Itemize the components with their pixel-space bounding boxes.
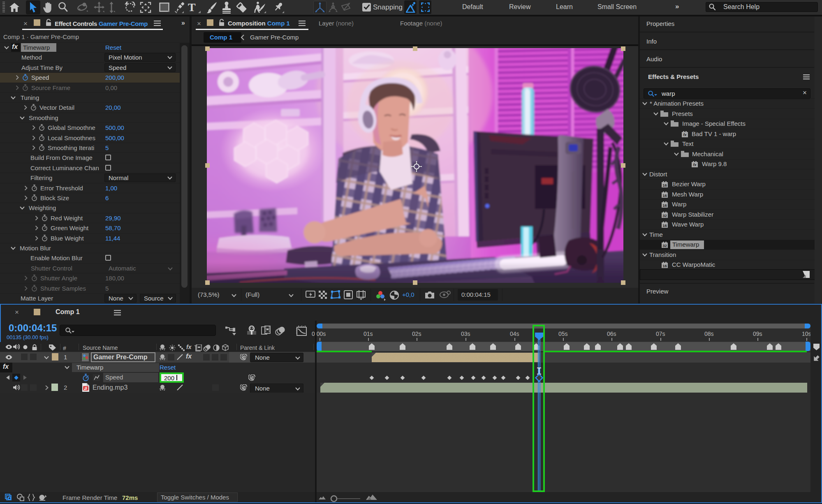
svg-text:16: 16	[662, 203, 667, 208]
svg-text:32: 32	[662, 243, 667, 248]
svg-text:fx: fx	[683, 133, 687, 137]
svg-text:fx: fx	[693, 163, 697, 167]
svg-text:16: 16	[662, 223, 667, 228]
svg-text:16: 16	[662, 183, 667, 187]
svg-text:32: 32	[662, 213, 667, 218]
svg-text:16: 16	[662, 193, 667, 198]
svg-text:16: 16	[662, 264, 667, 268]
